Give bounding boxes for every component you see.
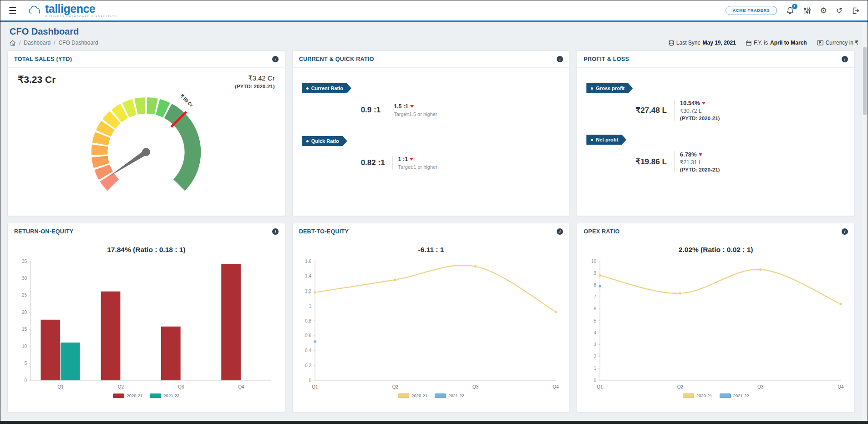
roe-chart-title: 17.84% (Ratio : 0.18 : 1) <box>8 246 285 254</box>
history-icon: ↺ <box>836 7 843 15</box>
info-icon[interactable]: i <box>272 56 279 62</box>
quick-ratio-target-value: 1 :1 <box>398 156 408 162</box>
svg-text:Q1: Q1 <box>57 384 64 389</box>
opex-legend: 2020-212021-22 <box>577 393 854 398</box>
topbar-actions: ACME TRADERS 1 ⚙ ↺ <box>726 6 859 15</box>
dte-line-chart: 00.20.40.60.811.21.41.6Q1Q2Q3Q4 <box>298 256 564 392</box>
menu-icon[interactable]: ☰ <box>9 6 17 15</box>
dte-legend: 2020-212021-22 <box>293 393 570 398</box>
legend-item-2020-21[interactable]: 2020-21 <box>398 393 427 398</box>
card-total-sales: TOTAL SALES (YTD) i ₹3.23 Cr ₹3.42 Cr (P… <box>7 50 285 216</box>
bullet-dot <box>306 87 309 90</box>
gross-profit-pytd-value: ₹30.72 L <box>680 108 720 114</box>
svg-text:Q2: Q2 <box>118 384 124 389</box>
legend-swatch <box>113 394 124 398</box>
window-bottom-edge <box>0 421 868 424</box>
last-sync-label: Last Sync <box>676 40 700 46</box>
legend-label: 2020-21 <box>127 393 142 398</box>
legend-label: 2021-22 <box>733 393 749 398</box>
info-icon[interactable]: i <box>272 228 279 235</box>
svg-text:4: 4 <box>594 330 597 335</box>
currency-setting: Currency in ₹ <box>817 40 858 46</box>
gross-profit-flag: Gross profit <box>586 83 633 93</box>
notification-badge: 1 <box>792 4 797 9</box>
current-ratio-flag: Current Ratio <box>302 83 351 93</box>
settings-button[interactable]: ⚙ <box>820 7 827 15</box>
page-header: CFO Dashboard / Dashboard / CFO Dashboar… <box>0 22 868 50</box>
svg-text:8: 8 <box>594 283 597 288</box>
legend-item-2021-22[interactable]: 2021-22 <box>435 393 464 398</box>
info-icon[interactable]: i <box>557 56 563 62</box>
svg-text:5: 5 <box>24 361 27 366</box>
sliders-icon <box>803 7 811 15</box>
current-ratio-value: 0.9 :1 <box>361 106 381 115</box>
gross-profit-pct: 10.54% <box>680 100 700 106</box>
company-badge[interactable]: ACME TRADERS <box>726 6 777 15</box>
roe-bar-chart: 05101520253035Q1Q2Q3Q4 <box>13 256 279 392</box>
card-return-on-equity: RETURN-ON-EQUITY i 17.84% (Ratio : 0.18 … <box>7 223 285 412</box>
svg-text:3: 3 <box>594 342 597 347</box>
svg-text:5: 5 <box>594 318 597 323</box>
filters-button[interactable] <box>803 7 811 15</box>
logout-button[interactable] <box>852 7 859 15</box>
svg-text:10: 10 <box>22 344 27 349</box>
opex-chart-title: 2.02% (Ratio : 0.02 : 1) <box>577 246 854 254</box>
last-sync: Last Sync May 19, 2021 <box>669 40 736 46</box>
legend-item-2020-21[interactable]: 2020-21 <box>683 393 712 398</box>
svg-text:2: 2 <box>594 354 597 359</box>
net-profit-value: ₹19.86 L <box>635 157 666 167</box>
svg-text:Q2: Q2 <box>392 384 399 389</box>
total-sales-pytd-value: ₹3.42 Cr <box>235 74 275 82</box>
bullet-dot <box>591 139 593 141</box>
down-arrow-icon <box>410 105 414 108</box>
breadcrumb-dashboard[interactable]: Dashboard <box>24 40 51 46</box>
quick-ratio-flag: Quick Ratio <box>302 136 347 146</box>
info-icon[interactable]: i <box>842 56 848 62</box>
legend-swatch <box>720 394 731 398</box>
app-logo[interactable]: talligence BUSINESS DASHBOARD & ANALYTIC… <box>29 3 117 18</box>
svg-text:Q3: Q3 <box>757 384 764 389</box>
net-profit-pytd-label: (PYTD: 2020-21) <box>680 167 720 172</box>
breadcrumb-separator: / <box>19 40 20 46</box>
page-title: CFO Dashboard <box>10 26 858 37</box>
bullet-dot <box>306 140 309 142</box>
legend-label: 2020-21 <box>411 393 427 398</box>
legend-item-2020-21[interactable]: 2020-21 <box>113 393 142 398</box>
quick-ratio-label: Quick Ratio <box>311 138 339 144</box>
info-icon[interactable]: i <box>842 228 848 235</box>
svg-text:15: 15 <box>22 327 27 332</box>
logo-cloud-icon <box>29 6 42 15</box>
logo-text: talligence <box>45 3 117 15</box>
notifications-button[interactable]: 1 <box>786 6 794 15</box>
svg-text:Q3: Q3 <box>472 384 479 389</box>
legend-swatch <box>150 394 161 398</box>
history-button[interactable]: ↺ <box>836 7 843 15</box>
card-debt-to-equity: DEBT-TO-EQUITY i -6.11 : 1 00.20.40.60.8… <box>292 223 570 412</box>
breadcrumb-current: CFO Dashboard <box>58 40 98 46</box>
svg-text:20: 20 <box>22 310 27 315</box>
calendar-icon <box>746 40 751 46</box>
scrollbar-thumb[interactable] <box>863 47 867 115</box>
svg-text:Q3: Q3 <box>178 384 184 389</box>
svg-text:Q1: Q1 <box>597 384 603 389</box>
bullet-dot <box>591 87 593 90</box>
info-icon[interactable]: i <box>557 228 563 235</box>
legend-item-2021-22[interactable]: 2021-22 <box>150 393 179 398</box>
home-icon[interactable] <box>10 40 16 46</box>
fiscal-year: F.Y. is April to March <box>746 40 807 46</box>
svg-text:₹ 50 Cr: ₹ 50 Cr <box>180 93 194 107</box>
legend-label: 2021-22 <box>448 393 464 398</box>
gross-profit-pytd-label: (PYTD: 2020-21) <box>680 116 720 121</box>
roe-legend: 2020-212021-22 <box>8 393 285 398</box>
card-title-dte: DEBT-TO-EQUITY <box>299 228 349 235</box>
current-ratio-target-value: 1.5 :1 <box>394 103 408 110</box>
svg-text:0: 0 <box>594 378 597 383</box>
legend-item-2021-22[interactable]: 2021-22 <box>720 393 749 398</box>
svg-text:Q4: Q4 <box>838 384 844 389</box>
database-icon <box>669 40 674 46</box>
net-profit-label: Net profit <box>596 137 618 142</box>
down-arrow-icon <box>410 158 413 161</box>
scrollbar-track[interactable] <box>862 23 867 421</box>
card-title-ratio: CURRENT & QUICK RATIO <box>299 56 374 62</box>
svg-text:0: 0 <box>309 378 312 383</box>
